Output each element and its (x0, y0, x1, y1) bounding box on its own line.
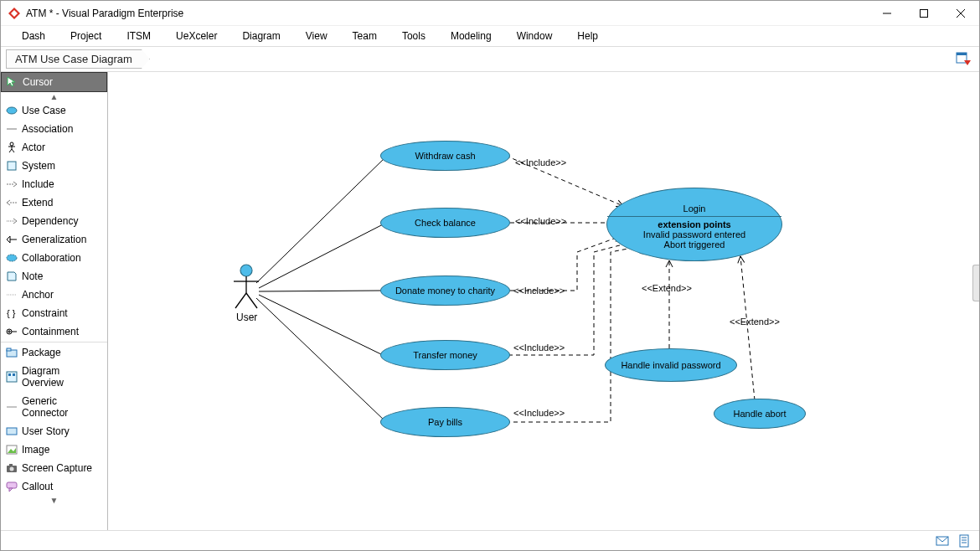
tool-collaboration[interactable]: Collaboration (1, 249, 107, 267)
usecase-donate[interactable]: Donate money to charity (380, 276, 510, 306)
generalization-icon (6, 234, 18, 245)
svg-rect-17 (8, 162, 16, 170)
switch-diagram-icon[interactable] (956, 52, 971, 67)
menu-itsm[interactable]: ITSM (114, 28, 163, 44)
menubar: Dash Project ITSM UeXceler Diagram View … (1, 26, 979, 47)
menu-window[interactable]: Window (504, 28, 565, 44)
tool-system[interactable]: System (1, 157, 107, 175)
tool-image[interactable]: Image (1, 440, 107, 459)
menu-tools[interactable]: Tools (389, 28, 438, 44)
usecase-pay-bills[interactable]: Pay bills (380, 407, 510, 437)
tool-generalization[interactable]: Generalization (1, 230, 107, 249)
image-icon (6, 444, 18, 456)
diagram-canvas[interactable]: User Withdraw cash Check balance Donate … (108, 72, 979, 530)
tool-containment[interactable]: Containment (1, 322, 107, 341)
menu-diagram[interactable]: Diagram (230, 28, 292, 44)
tool-label: Constraint (22, 307, 68, 319)
menu-project[interactable]: Project (58, 28, 114, 44)
extend-icon (6, 197, 18, 209)
tool-label: Dependency (22, 215, 78, 227)
palette-scroll-up[interactable]: ▲ (1, 92, 107, 101)
camera-icon (6, 462, 18, 474)
svg-marker-44 (9, 488, 13, 492)
svg-marker-24 (8, 272, 16, 281)
menu-team[interactable]: Team (340, 28, 389, 44)
minimize-button[interactable] (869, 1, 905, 25)
svg-rect-35 (13, 373, 15, 376)
usecase-check-balance[interactable]: Check balance (380, 208, 510, 238)
extend-label-2: <<Extend>> (730, 317, 780, 327)
constraint-icon: { } (6, 307, 18, 319)
svg-line-15 (9, 149, 12, 152)
palette-scroll-down[interactable]: ▼ (1, 496, 107, 505)
tool-anchor[interactable]: Anchor (1, 286, 107, 304)
tool-association[interactable]: Association (1, 120, 107, 138)
extend-label-1: <<Extend>> (642, 283, 692, 293)
login-ext-heading: extension points (658, 219, 730, 229)
tool-label: Use Case (22, 105, 66, 116)
menu-dash[interactable]: Dash (9, 28, 58, 44)
svg-point-41 (10, 467, 14, 471)
tool-label: Diagram Overview (22, 365, 102, 389)
tool-label: Include (22, 178, 54, 190)
usecase-login[interactable]: Login extension points Invalid password … (606, 188, 782, 261)
tab-row: ATM Use Case Diagram (1, 47, 979, 72)
tool-label: User Story (22, 425, 70, 437)
page-icon[interactable] (957, 534, 971, 548)
svg-line-45 (256, 156, 387, 283)
maximize-button[interactable] (905, 1, 942, 25)
svg-marker-9 (8, 77, 15, 86)
menu-view[interactable]: View (293, 28, 340, 44)
usecase-handle-invalid[interactable]: Handle invalid password (605, 348, 737, 382)
right-panel-toggle[interactable] (972, 265, 979, 301)
anchor-icon (6, 289, 18, 301)
svg-line-46 (259, 224, 384, 288)
tool-label: Extend (22, 197, 53, 209)
tool-dependency[interactable]: Dependency (1, 212, 107, 230)
content-area: Cursor ▲ Use Case Association Actor Syst… (1, 72, 979, 530)
usecase-transfer[interactable]: Transfer money (380, 340, 510, 370)
close-button[interactable] (942, 1, 979, 25)
include-label-5: <<Include>> (513, 408, 565, 418)
svg-rect-3 (921, 9, 928, 17)
actor-user-shape[interactable] (231, 263, 261, 310)
line-icon (6, 123, 18, 135)
usecase-withdraw[interactable]: Withdraw cash (380, 141, 510, 171)
tab-diagram[interactable]: ATM Use Case Diagram (6, 49, 150, 69)
mail-icon[interactable] (936, 534, 949, 548)
svg-point-12 (10, 142, 13, 146)
app-logo-icon (8, 7, 21, 20)
tool-label: Anchor (22, 289, 54, 301)
svg-marker-22 (7, 236, 10, 243)
tool-user-story[interactable]: User Story (1, 422, 107, 440)
tool-callout[interactable]: Callout (1, 477, 107, 496)
ellipse-icon (6, 105, 18, 116)
tool-diagram-overview[interactable]: Diagram Overview (1, 362, 107, 392)
tool-label: Cursor (23, 76, 53, 88)
svg-point-54 (240, 265, 252, 276)
tool-package[interactable]: Package (1, 343, 107, 362)
menu-help[interactable]: Help (565, 28, 611, 44)
tool-note[interactable]: Note (1, 267, 107, 286)
svg-rect-34 (8, 373, 11, 376)
menu-uexceler[interactable]: UeXceler (163, 28, 230, 44)
tool-constraint[interactable]: { } Constraint (1, 304, 107, 322)
svg-rect-60 (960, 535, 968, 547)
svg-line-16 (12, 149, 14, 152)
tool-extend[interactable]: Extend (1, 193, 107, 212)
svg-line-58 (246, 293, 257, 308)
tool-cursor[interactable]: Cursor (1, 72, 107, 92)
usecase-handle-abort[interactable]: Handle abort (714, 399, 806, 429)
login-ep-1: Invalid password entered (643, 229, 745, 239)
svg-point-23 (7, 255, 17, 261)
tool-label: Package (22, 347, 61, 358)
tool-usecase[interactable]: Use Case (1, 101, 107, 120)
tool-include[interactable]: Include (1, 175, 107, 193)
menu-modeling[interactable]: Modeling (438, 28, 504, 44)
tool-screen-capture[interactable]: Screen Capture (1, 459, 107, 477)
tool-generic-connector[interactable]: Generic Connector (1, 392, 107, 422)
svg-rect-33 (7, 372, 17, 382)
tool-label: Note (22, 270, 43, 282)
login-ep-2: Abort triggered (664, 239, 725, 250)
tool-actor[interactable]: Actor (1, 138, 107, 157)
